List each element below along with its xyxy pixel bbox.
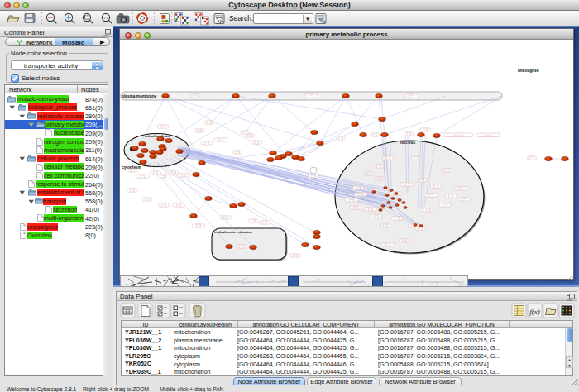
svg-text:(····): (····) bbox=[356, 186, 361, 189]
svg-text:(····): (····) bbox=[193, 94, 198, 98]
svg-text:(····): (····) bbox=[204, 141, 209, 145]
svg-text:(····): (····) bbox=[130, 169, 135, 172]
svg-text:(····): (····) bbox=[254, 141, 259, 144]
svg-text:(····): (····) bbox=[385, 243, 390, 246]
svg-text:(····): (····) bbox=[207, 121, 212, 124]
svg-text:(····): (····) bbox=[196, 224, 201, 227]
svg-text:(····): (····) bbox=[181, 174, 186, 177]
svg-text:1:1: 1:1 bbox=[103, 16, 108, 20]
svg-text:(····): (····) bbox=[366, 172, 371, 175]
svg-text:(····): (····) bbox=[377, 177, 382, 180]
svg-text:(····): (····) bbox=[428, 194, 433, 197]
svg-text:(····): (····) bbox=[218, 138, 223, 141]
svg-text:(····): (····) bbox=[251, 219, 256, 222]
svg-text:(····): (····) bbox=[161, 203, 166, 207]
svg-text:(······): (······) bbox=[485, 134, 491, 137]
svg-text:(····): (····) bbox=[358, 193, 363, 196]
svg-text:(····): (····) bbox=[372, 133, 377, 136]
svg-text:(····): (····) bbox=[262, 221, 267, 224]
svg-text:(····): (····) bbox=[247, 134, 252, 137]
svg-text:(····): (····) bbox=[402, 239, 407, 242]
svg-text:(··········): (··········) bbox=[453, 134, 462, 137]
svg-text:(····): (····) bbox=[374, 214, 379, 218]
svg-text:f(x): f(x) bbox=[529, 308, 540, 316]
svg-text:(····): (····) bbox=[444, 169, 449, 172]
svg-text:(····): (····) bbox=[293, 254, 298, 257]
svg-text:(····): (····) bbox=[353, 206, 358, 209]
svg-text:(····): (····) bbox=[239, 245, 244, 248]
svg-text:(····): (····) bbox=[423, 128, 428, 131]
svg-text:(····): (····) bbox=[160, 174, 165, 178]
svg-text:(····): (····) bbox=[197, 129, 202, 132]
svg-text:(····): (····) bbox=[529, 156, 534, 160]
svg-text:plasma membrane: plasma membrane bbox=[122, 94, 156, 98]
svg-text:(····): (····) bbox=[419, 179, 424, 182]
svg-text:(····): (····) bbox=[309, 94, 313, 98]
svg-text:(····): (····) bbox=[383, 224, 388, 227]
svg-text:(····): (····) bbox=[376, 165, 381, 168]
svg-text:(····): (····) bbox=[242, 131, 247, 134]
svg-text:(····): (····) bbox=[414, 156, 419, 160]
svg-text:(····): (····) bbox=[160, 125, 165, 128]
svg-text:(····): (····) bbox=[130, 189, 135, 192]
svg-text:(····): (····) bbox=[443, 203, 447, 207]
svg-text:endoplasmic reticulum: endoplasmic reticulum bbox=[214, 230, 252, 234]
svg-text:(····): (····) bbox=[349, 198, 354, 202]
svg-text:(····): (····) bbox=[404, 183, 409, 186]
svg-text:(····): (····) bbox=[235, 151, 240, 154]
svg-text:(····): (····) bbox=[458, 187, 463, 190]
svg-text:(····): (····) bbox=[385, 156, 390, 160]
svg-text:(····): (····) bbox=[223, 216, 228, 219]
svg-text:(····): (····) bbox=[409, 94, 414, 98]
svg-text:unassigned: unassigned bbox=[518, 69, 539, 73]
svg-text:(····): (····) bbox=[462, 198, 467, 201]
svg-text:(····): (····) bbox=[406, 132, 411, 136]
svg-text:(····): (····) bbox=[448, 194, 453, 198]
svg-text:(····): (····) bbox=[140, 174, 145, 178]
svg-text:(····): (····) bbox=[395, 217, 400, 220]
svg-text:(····): (····) bbox=[145, 198, 150, 201]
svg-text:(····): (····) bbox=[338, 136, 343, 140]
svg-text:(····): (····) bbox=[426, 208, 431, 212]
svg-text:(····): (····) bbox=[433, 184, 438, 188]
svg-text:(····): (····) bbox=[368, 208, 373, 211]
svg-text:(····): (····) bbox=[311, 174, 316, 178]
svg-text:mitochondrion: mitochondrion bbox=[145, 134, 170, 138]
svg-text:(····): (····) bbox=[418, 227, 423, 230]
svg-text:(····): (····) bbox=[176, 203, 181, 207]
svg-text:(····): (····) bbox=[171, 171, 176, 174]
svg-text:(····): (····) bbox=[153, 171, 158, 174]
